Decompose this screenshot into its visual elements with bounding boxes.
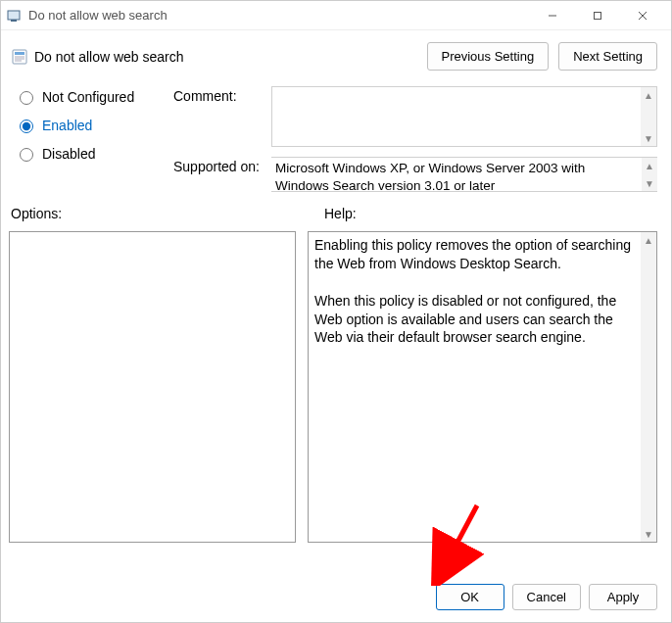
policy-title: Do not allow web search: [34, 49, 427, 65]
help-text: Enabling this policy removes the option …: [309, 232, 641, 542]
close-button[interactable]: [620, 2, 665, 29]
options-panel: [9, 231, 296, 543]
comment-scrollbar[interactable]: ▲ ▼: [641, 87, 656, 146]
radio-not-configured[interactable]: Not Configured: [15, 88, 162, 105]
supported-text: Microsoft Windows XP, or Windows Server …: [271, 158, 642, 191]
comment-field[interactable]: ▲ ▼: [271, 86, 657, 147]
radio-not-configured-label: Not Configured: [42, 89, 134, 105]
svg-rect-7: [15, 52, 24, 55]
radio-enabled-label: Enabled: [42, 118, 92, 133]
comment-row: Comment: ▲ ▼: [173, 86, 657, 147]
window-controls: [530, 2, 665, 29]
apply-button[interactable]: Apply: [589, 584, 657, 610]
scroll-up-icon[interactable]: ▲: [641, 87, 656, 103]
comment-text[interactable]: [272, 87, 641, 146]
state-radios: Not Configured Enabled Disabled: [15, 86, 162, 192]
section-labels: Options: Help:: [1, 192, 671, 231]
supported-scrollbar[interactable]: ▲ ▼: [642, 158, 657, 191]
app-icon: [7, 8, 23, 24]
main-area: Not Configured Enabled Disabled Comment:…: [1, 78, 671, 192]
nav-buttons: Previous Setting Next Setting: [427, 42, 658, 71]
supported-label: Supported on:: [173, 157, 262, 192]
minimize-button[interactable]: [530, 2, 575, 29]
radio-disabled-input[interactable]: [20, 148, 33, 162]
svg-rect-0: [8, 11, 20, 20]
maximize-button[interactable]: [575, 2, 620, 29]
next-setting-button[interactable]: Next Setting: [558, 42, 657, 71]
gpo-dialog: Do not allow web search Do not allow web: [0, 0, 672, 623]
radio-enabled-input[interactable]: [20, 120, 33, 133]
scroll-up-icon[interactable]: ▲: [642, 158, 657, 173]
options-label: Options:: [11, 206, 305, 221]
window-title: Do not allow web search: [28, 8, 530, 23]
scroll-down-icon[interactable]: ▼: [642, 175, 657, 191]
supported-row: Supported on: Microsoft Windows XP, or W…: [173, 157, 657, 192]
help-panel: Enabling this policy removes the option …: [308, 231, 657, 543]
radio-enabled[interactable]: Enabled: [15, 117, 162, 133]
svg-rect-3: [595, 12, 601, 19]
titlebar: Do not allow web search: [1, 1, 671, 30]
help-scrollbar[interactable]: ▲ ▼: [641, 232, 656, 542]
dialog-footer: OK Cancel Apply: [1, 574, 671, 622]
previous-setting-button[interactable]: Previous Setting: [427, 42, 550, 71]
help-label: Help:: [324, 206, 657, 221]
fields-column: Comment: ▲ ▼ Supported on: Microsoft Win…: [173, 86, 657, 192]
ok-button[interactable]: OK: [436, 584, 504, 610]
comment-label: Comment:: [173, 86, 262, 147]
radio-disabled-label: Disabled: [42, 146, 95, 162]
scroll-down-icon[interactable]: ▼: [641, 130, 656, 146]
subheader: Do not allow web search Previous Setting…: [1, 30, 671, 78]
panels-row: Enabling this policy removes the option …: [1, 231, 671, 574]
svg-rect-1: [11, 20, 17, 22]
radio-disabled[interactable]: Disabled: [15, 145, 162, 162]
scroll-up-icon[interactable]: ▲: [641, 232, 656, 248]
scroll-down-icon[interactable]: ▼: [641, 526, 656, 542]
supported-field: Microsoft Windows XP, or Windows Server …: [271, 157, 657, 192]
radio-not-configured-input[interactable]: [20, 91, 33, 105]
cancel-button[interactable]: Cancel: [512, 584, 581, 610]
policy-icon: [11, 48, 28, 66]
